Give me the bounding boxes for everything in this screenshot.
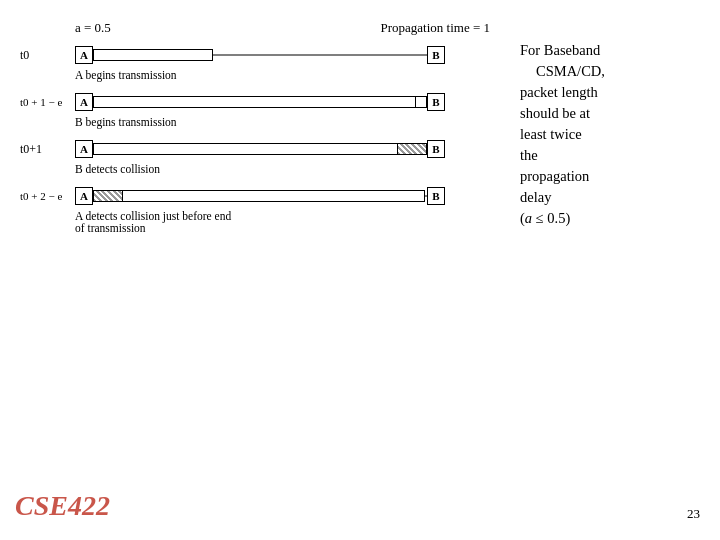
diagram-t0-1-e: t0 + 1 − e A B B begins transmission: [20, 91, 500, 128]
text-line-2: CSMA/CD,: [520, 63, 605, 79]
packet-t0-a: [93, 49, 213, 61]
cable-t0-2-e: A B: [75, 185, 445, 207]
packet-t0-1-main: [93, 143, 425, 155]
packet-t0-1-e-a: [93, 96, 425, 108]
right-panel: For Baseband CSMA/CD, packet length shou…: [500, 20, 710, 530]
time-label-t0: t0: [20, 48, 75, 63]
left-panel: a = 0.5 Propagation time = 1 t0 A B A be…: [10, 20, 500, 530]
cable-t0: A B: [75, 44, 445, 66]
time-label-t0-2-e: t0 + 2 − e: [20, 190, 75, 202]
diagram-t0-2-e: t0 + 2 − e A B A detects collision just …: [20, 185, 500, 234]
text-line-5: least twice: [520, 126, 582, 142]
cable-t0-1: A B: [75, 138, 445, 160]
caption-t0-2-e: A detects collision just before endof tr…: [20, 210, 500, 234]
prop-time-label: Propagation time = 1: [380, 20, 490, 36]
text-line-4: should be at: [520, 105, 590, 121]
node-a-t0-1-e: A: [75, 93, 93, 111]
node-b-t0-1-e: B: [427, 93, 445, 111]
time-label-t0-1: t0+1: [20, 142, 75, 157]
page-number: 23: [687, 506, 700, 522]
text-line-6: the: [520, 147, 538, 163]
caption-t0-1-e: B begins transmission: [20, 116, 500, 128]
node-b-t0-1: B: [427, 140, 445, 158]
text-line-9: (a ≤ 0.5): [520, 210, 570, 226]
main-container: a = 0.5 Propagation time = 1 t0 A B A be…: [0, 0, 720, 540]
cable-t0-1-e: A B: [75, 91, 445, 113]
packet-t0-2-e-main: [93, 190, 425, 202]
a-value-label: a = 0.5: [75, 20, 111, 36]
timeline-t0-2-e: t0 + 2 − e A B: [20, 185, 500, 207]
node-a-t0-1: A: [75, 140, 93, 158]
node-b-t0-2-e: B: [427, 187, 445, 205]
text-line-3: packet length: [520, 84, 598, 100]
header-row: a = 0.5 Propagation time = 1: [20, 20, 500, 36]
collision-t0-1: [397, 143, 427, 155]
right-panel-text: For Baseband CSMA/CD, packet length shou…: [520, 40, 710, 229]
timeline-t0-1: t0+1 A B: [20, 138, 500, 160]
diagram-t0-1: t0+1 A B B detects collision: [20, 138, 500, 175]
node-a-t0-2-e: A: [75, 187, 93, 205]
text-line-7: propagation: [520, 168, 589, 184]
packet-t0-1-e-b-start: [415, 96, 427, 108]
timeline-t0-1-e: t0 + 1 − e A B: [20, 91, 500, 113]
node-b-t0: B: [427, 46, 445, 64]
node-a-t0: A: [75, 46, 93, 64]
watermark: CSE422: [15, 490, 110, 522]
timeline-t0: t0 A B: [20, 44, 500, 66]
caption-t0: A begins transmission: [20, 69, 500, 81]
text-line-1: For Baseband: [520, 42, 600, 58]
text-line-8: delay: [520, 189, 551, 205]
collision-t0-2-e: [93, 190, 123, 202]
caption-t0-1: B detects collision: [20, 163, 500, 175]
diagram-t0: t0 A B A begins transmission: [20, 44, 500, 81]
time-label-t0-1-e: t0 + 1 − e: [20, 96, 75, 108]
